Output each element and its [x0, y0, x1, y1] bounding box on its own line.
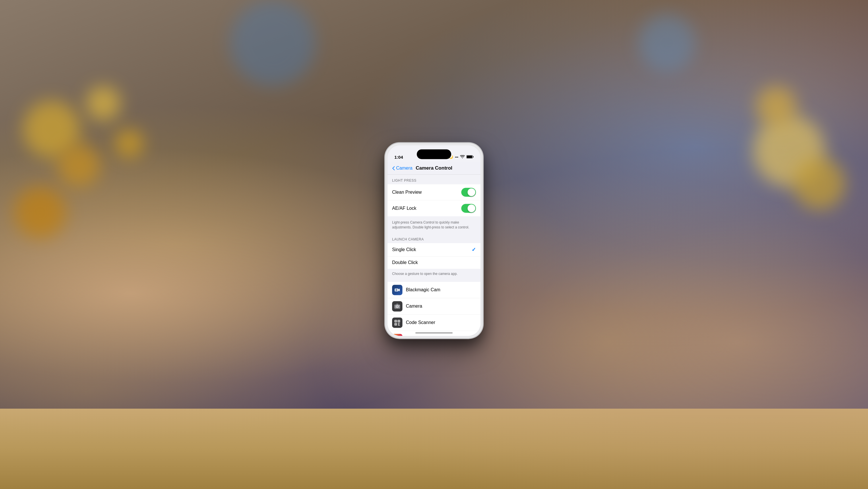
app-list-group: Blackmagic Cam	[388, 282, 480, 336]
svg-rect-2	[473, 156, 474, 158]
clean-preview-label: Clean Preview	[392, 190, 422, 195]
single-click-checkmark: ✓	[472, 247, 476, 253]
aeaf-lock-label: AE/AF Lock	[392, 206, 416, 211]
blackmagic-cam-name: Blackmagic Cam	[406, 288, 440, 293]
aeaf-lock-toggle[interactable]	[461, 204, 476, 213]
nav-bar: Camera Camera Control	[388, 162, 480, 174]
list-item[interactable]: Camera	[388, 298, 480, 315]
bokeh-7	[794, 158, 845, 209]
phone-wrapper: 1:04 🌙 ▪▪▪	[385, 143, 483, 338]
code-scanner-name: Code Scanner	[406, 320, 435, 325]
light-press-header: LIGHT PRESS	[388, 174, 480, 184]
svg-point-5	[396, 290, 397, 290]
bokeh-4	[14, 187, 66, 238]
app-list-section: Blackmagic Cam	[388, 282, 480, 336]
nav-back-button[interactable]: Camera	[392, 166, 412, 171]
light-press-group: Clean Preview AE/AF Lock	[388, 184, 480, 216]
single-click-row[interactable]: Single Click ✓	[388, 243, 480, 257]
phone-screen: 1:04 🌙 ▪▪▪	[388, 145, 480, 336]
light-press-footer: Light-press Camera Control to quickly ma…	[388, 218, 480, 233]
bokeh-8	[756, 86, 796, 126]
camera-app-name: Camera	[406, 304, 422, 309]
bokeh-blue-1	[229, 0, 316, 86]
svg-rect-15	[395, 324, 396, 325]
dynamic-island	[417, 149, 451, 159]
clean-preview-row[interactable]: Clean Preview	[388, 184, 480, 200]
svg-rect-14	[398, 321, 400, 322]
launch-camera-footer: Choose a gesture to open the camera app.	[388, 270, 480, 280]
wifi-icon	[460, 154, 465, 160]
launch-camera-section: LAUNCH CAMERA Single Click ✓ Double Clic…	[388, 233, 480, 280]
aeaf-lock-row[interactable]: AE/AF Lock	[388, 200, 480, 216]
status-time: 1:04	[394, 155, 403, 160]
clean-preview-toggle[interactable]	[461, 188, 476, 197]
phone-frame: 1:04 🌙 ▪▪▪	[385, 143, 483, 338]
launch-camera-group: Single Click ✓ Double Click	[388, 243, 480, 269]
bokeh-blue-2	[639, 14, 696, 72]
signal-icon: ▪▪▪	[455, 155, 458, 159]
double-click-row[interactable]: Double Click	[388, 257, 480, 269]
blackmagic-cam-icon	[392, 285, 402, 295]
instagram-icon	[392, 334, 402, 336]
status-icons: 🌙 ▪▪▪	[449, 154, 474, 160]
svg-point-9	[399, 305, 399, 306]
camera-app-icon	[392, 301, 402, 312]
bokeh-2	[57, 143, 100, 187]
code-scanner-icon	[392, 318, 402, 328]
nav-back-label: Camera	[396, 166, 412, 171]
svg-rect-1	[467, 156, 472, 158]
list-item[interactable]: Blackmagic Cam	[388, 282, 480, 298]
launch-camera-header: LAUNCH CAMERA	[388, 233, 480, 243]
battery-icon	[466, 154, 474, 160]
settings-content: LIGHT PRESS Clean Preview AE/AF Lock	[388, 174, 480, 336]
light-press-section: LIGHT PRESS Clean Preview AE/AF Lock	[388, 174, 480, 233]
home-indicator	[415, 332, 453, 333]
svg-rect-13	[395, 321, 396, 322]
bokeh-3	[86, 86, 121, 121]
double-click-label: Double Click	[392, 260, 418, 265]
list-item[interactable]: Code Scanner	[388, 315, 480, 331]
bokeh-5	[115, 129, 144, 158]
nav-title: Camera Control	[415, 165, 453, 171]
svg-point-8	[397, 306, 398, 307]
single-click-label: Single Click	[392, 247, 416, 252]
